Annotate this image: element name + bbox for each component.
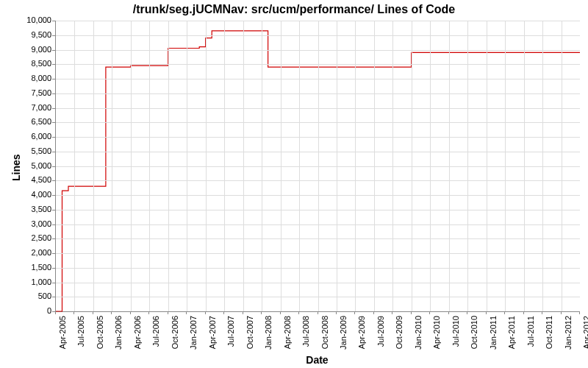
- xtick-label: Jul-2006: [151, 316, 160, 360]
- ytick: [52, 152, 55, 152]
- ytick: [52, 253, 55, 254]
- xtick: [373, 311, 374, 314]
- xtick-label: Oct-2011: [545, 316, 553, 360]
- xtick: [205, 311, 206, 314]
- xtick-label: Apr-2011: [507, 316, 516, 360]
- xtick-label: Jan-2006: [114, 316, 123, 360]
- ytick-label: 7,000: [22, 103, 51, 112]
- ytick: [52, 166, 55, 167]
- ytick: [52, 122, 55, 123]
- ytick-label: 2,000: [22, 248, 51, 257]
- gridline-v: [93, 21, 94, 311]
- xtick: [579, 311, 580, 314]
- ytick-label: 1,000: [22, 277, 51, 286]
- xtick: [411, 311, 412, 314]
- xtick: [504, 311, 505, 314]
- ytick: [52, 238, 55, 239]
- xtick: [467, 311, 467, 314]
- ytick: [52, 210, 55, 210]
- gridline-v: [168, 21, 169, 311]
- ytick: [52, 79, 55, 79]
- ytick: [52, 108, 55, 109]
- ytick: [52, 137, 55, 138]
- ytick-label: 9,000: [22, 45, 51, 54]
- chart-title: /trunk/seg.jUCMNav: src/ucm/performance/…: [0, 3, 588, 16]
- ytick-label: 1,500: [22, 263, 51, 272]
- xtick-label: Jan-2009: [339, 316, 348, 360]
- ytick-label: 3,000: [22, 219, 51, 228]
- xtick: [148, 311, 149, 314]
- ytick-label: 5,500: [22, 146, 51, 155]
- xtick-label: Jul-2008: [301, 316, 310, 360]
- ytick: [52, 224, 55, 225]
- gridline-v: [449, 21, 450, 311]
- xtick: [243, 311, 243, 314]
- xtick: [448, 311, 449, 314]
- xtick-label: Oct-2006: [171, 316, 179, 360]
- xtick-label: Jul-2005: [76, 316, 85, 360]
- xtick-label: Jan-2008: [264, 316, 273, 360]
- gridline-v: [392, 21, 393, 311]
- ytick-label: 4,000: [22, 190, 51, 199]
- gridline-v: [224, 21, 225, 311]
- xtick: [93, 311, 93, 314]
- gridline-v: [112, 21, 112, 311]
- ytick: [52, 268, 55, 269]
- xtick: [542, 311, 542, 314]
- ytick-label: 4,500: [22, 175, 51, 184]
- ytick: [52, 195, 55, 196]
- xtick-label: Oct-2007: [245, 316, 254, 360]
- gridline-v: [505, 21, 506, 311]
- xtick: [336, 311, 337, 314]
- ytick: [52, 93, 55, 94]
- xtick-label: Jul-2007: [226, 316, 235, 360]
- ytick: [52, 64, 55, 65]
- ytick-label: 6,000: [22, 132, 51, 141]
- xtick-label: Apr-2009: [357, 316, 366, 360]
- xtick: [223, 311, 224, 314]
- xtick: [168, 311, 168, 314]
- xtick-label: Oct-2010: [470, 316, 478, 360]
- gridline-v: [318, 21, 319, 311]
- gridline-v: [299, 21, 300, 311]
- ytick-label: 8,000: [22, 74, 51, 82]
- xtick-label: Jan-2010: [414, 316, 423, 360]
- ytick-label: 3,500: [22, 205, 51, 213]
- xtick-label: Apr-2006: [133, 316, 142, 360]
- gridline-v: [281, 21, 282, 311]
- xtick-label: Jan-2007: [189, 316, 198, 360]
- xtick: [486, 311, 487, 314]
- gridline-v: [430, 21, 431, 311]
- ytick-label: 6,500: [22, 117, 51, 126]
- plot-area: [55, 21, 580, 312]
- gridline-v: [337, 21, 337, 311]
- xtick-label: Apr-2010: [432, 316, 441, 360]
- xtick-label: Apr-2008: [283, 316, 292, 360]
- xtick: [318, 311, 318, 314]
- gridline-v: [487, 21, 487, 311]
- ytick: [52, 180, 55, 181]
- xtick-label: Jan-2011: [489, 316, 498, 360]
- xtick: [186, 311, 187, 314]
- xtick-label: Jan-2012: [564, 316, 573, 360]
- xtick-label: Oct-2005: [96, 316, 104, 360]
- y-axis-label: Lines: [10, 154, 22, 181]
- gridline-v: [243, 21, 244, 311]
- xtick-label: Apr-2007: [208, 316, 217, 360]
- ytick-label: 8,500: [22, 59, 51, 68]
- gridline-v: [374, 21, 375, 311]
- xtick: [429, 311, 430, 314]
- gridline-v: [355, 21, 356, 311]
- xtick: [298, 311, 299, 314]
- gridline-v: [467, 21, 468, 311]
- ytick: [52, 283, 55, 283]
- ytick-label: 2,500: [22, 233, 51, 242]
- gridline-v: [74, 21, 75, 311]
- xtick-label: Jul-2010: [451, 316, 460, 360]
- xtick: [280, 311, 281, 314]
- xtick-label: Apr-2012: [582, 316, 588, 360]
- gridline-v: [187, 21, 187, 311]
- ytick: [52, 297, 55, 297]
- gridline-v: [149, 21, 150, 311]
- xtick-label: Jul-2009: [376, 316, 385, 360]
